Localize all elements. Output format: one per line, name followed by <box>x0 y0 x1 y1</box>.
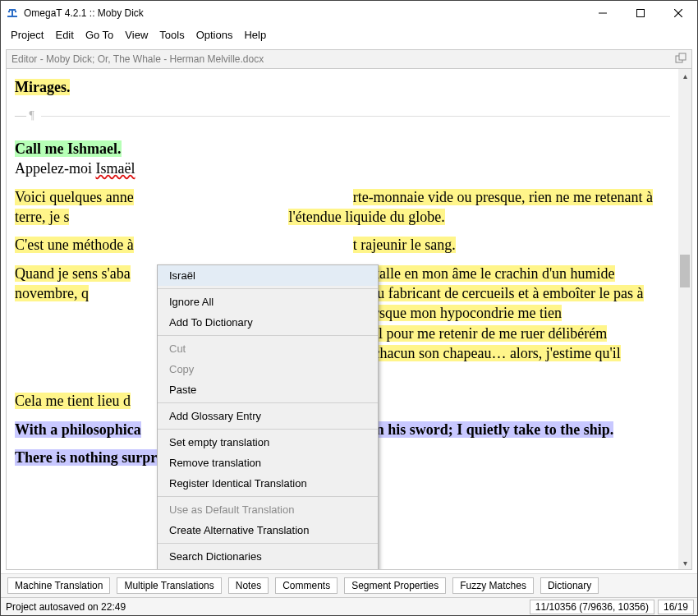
segment-untranslated[interactable]: With a philosophica <box>15 421 141 438</box>
scrollbar[interactable]: ▴ ▾ <box>678 69 691 569</box>
editor-header: Editor - Moby Dick; Or, The Whale - Herm… <box>6 49 692 69</box>
ctx-spell-suggestion[interactable]: Israël <box>158 265 378 286</box>
ctx-search-dictionaries[interactable]: Search Dictionaries <box>158 546 378 567</box>
source-segment[interactable]: Call me Ishmael. <box>15 140 122 157</box>
menu-goto[interactable]: Go To <box>80 27 118 43</box>
scroll-down-icon[interactable]: ▾ <box>678 556 691 569</box>
ctx-remove-translation[interactable]: Remove translation <box>158 453 378 473</box>
segment[interactable]: Cela me tient lieu d <box>15 393 131 409</box>
ctx-add-to-dictionary[interactable]: Add To Dictionary <box>158 312 378 333</box>
tab-multiple-translations[interactable]: Multiple Translations <box>117 577 221 594</box>
segment[interactable]: t rajeunir le sang. <box>353 237 456 253</box>
ctx-register-identical[interactable]: Register Identical Translation <box>158 473 378 494</box>
segment[interactable]: Voici quelques anne <box>15 189 134 205</box>
editor-file-label: Editor - Moby Dick; Or, The Whale - Herm… <box>11 53 264 65</box>
svg-point-3 <box>8 11 10 12</box>
ctx-add-glossary[interactable]: Add Glossary Entry <box>158 406 378 426</box>
tab-machine-translation[interactable]: Machine Translation <box>7 577 110 594</box>
statusbar: Project autosaved on 22:49 11/10356 (7/9… <box>1 597 697 615</box>
status-segment-counts: 11/10356 (7/9636, 10356) <box>530 600 654 614</box>
menubar: Project Edit Go To View Tools Options He… <box>1 25 697 46</box>
svg-rect-6 <box>637 10 645 17</box>
scroll-track[interactable] <box>678 82 691 556</box>
menu-tools[interactable]: Tools <box>154 27 189 43</box>
menu-project[interactable]: Project <box>6 27 48 43</box>
ctx-use-default-translation: Use as Default Translation <box>158 499 378 520</box>
context-menu: Israël Ignore All Add To Dictionary Cut … <box>157 264 379 570</box>
ctx-ignore-all[interactable]: Ignore All <box>158 292 378 312</box>
menu-help[interactable]: Help <box>239 27 271 43</box>
tab-dictionary[interactable]: Dictionary <box>540 577 599 594</box>
scroll-up-icon[interactable]: ▴ <box>678 69 691 82</box>
menu-view[interactable]: View <box>120 27 153 43</box>
tab-comments[interactable]: Comments <box>275 577 338 594</box>
close-button[interactable] <box>659 1 697 25</box>
segment[interactable]: l'étendue liquide du globe. <box>288 209 444 225</box>
svg-rect-2 <box>9 9 16 11</box>
ctx-paste[interactable]: Paste <box>158 379 378 400</box>
maximize-button[interactable] <box>622 1 659 25</box>
segment[interactable]: C'est une méthode à <box>15 237 134 253</box>
misspelled-word[interactable]: Ismaël <box>95 160 135 177</box>
window-title: OmegaT 4.2.1 :: Moby Dick <box>24 7 584 19</box>
bottom-tabs: Machine Translation Multiple Translation… <box>1 573 697 597</box>
status-position: 16/19 <box>658 600 694 614</box>
editor-pane: Mirages. — ¶ Call me Ishmael. Appelez-mo… <box>6 69 692 570</box>
target-segment[interactable]: Appelez-moi Ismaël <box>15 159 670 178</box>
segment-untranslated[interactable]: pon his sword; I quietly take to the shi… <box>360 421 614 438</box>
scroll-thumb[interactable] <box>680 255 690 287</box>
menu-options[interactable]: Options <box>191 27 238 43</box>
tab-notes[interactable]: Notes <box>228 577 269 594</box>
app-icon <box>6 7 19 20</box>
ctx-set-empty-translation[interactable]: Set empty translation <box>158 432 378 453</box>
svg-rect-10 <box>679 53 686 60</box>
titlebar: OmegaT 4.2.1 :: Moby Dick <box>1 1 697 25</box>
detach-icon[interactable] <box>675 53 687 67</box>
ctx-create-alternative-translation[interactable]: Create Alternative Translation <box>158 520 378 540</box>
window: OmegaT 4.2.1 :: Moby Dick Project Edit G… <box>0 0 698 616</box>
segment[interactable]: Mirages. <box>15 79 70 95</box>
status-message: Project autosaved on 22:49 <box>1 601 530 613</box>
segment[interactable]: Quand je sens s'aba <box>15 265 131 282</box>
ctx-cut: Cut <box>158 338 378 359</box>
tab-fuzzy-matches[interactable]: Fuzzy Matches <box>452 577 534 594</box>
svg-point-4 <box>15 11 16 12</box>
tab-segment-properties[interactable]: Segment Properties <box>344 577 446 594</box>
menu-edit[interactable]: Edit <box>50 27 78 43</box>
minimize-button[interactable] <box>584 1 622 25</box>
ctx-copy: Copy <box>158 359 378 379</box>
paragraph-mark: — ¶ <box>15 108 670 124</box>
